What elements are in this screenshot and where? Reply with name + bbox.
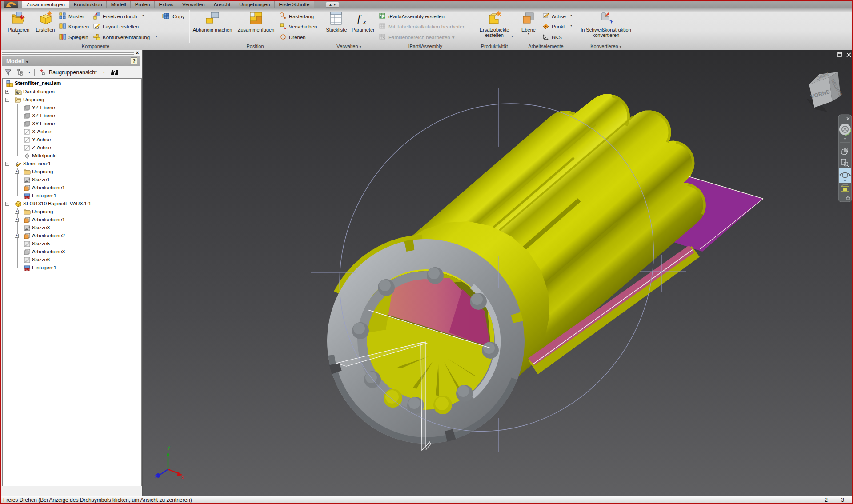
svg-text:Y: Y bbox=[167, 445, 171, 451]
svg-text:x: x bbox=[181, 474, 184, 480]
svg-text:i: i bbox=[162, 13, 164, 19]
svg-text:z: z bbox=[155, 473, 157, 480]
svg-text:x: x bbox=[363, 18, 366, 25]
svg-text:f: f bbox=[357, 12, 362, 24]
svg-text:i: i bbox=[380, 14, 381, 19]
